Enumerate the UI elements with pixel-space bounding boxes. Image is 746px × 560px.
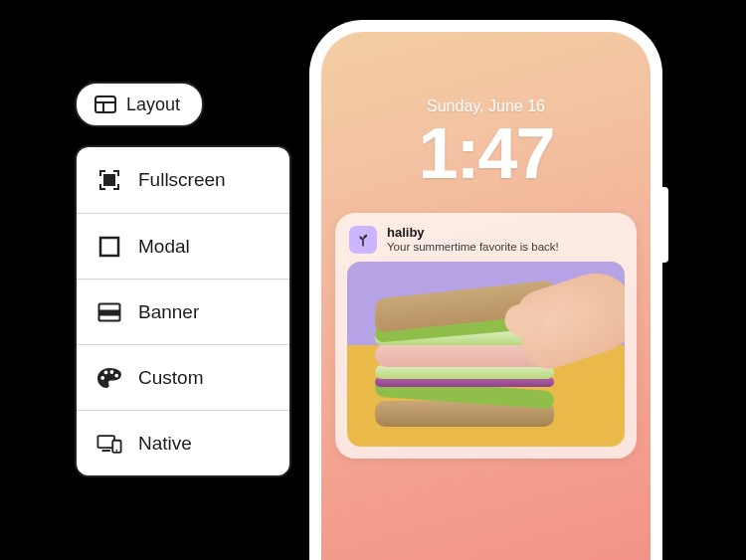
option-native[interactable]: Native [77,410,289,475]
banner-icon [96,302,122,322]
notification-message: Your summertime favorite is back! [387,241,559,255]
phone-screen: Sunday, June 16 1:47 haliby Your summert… [321,32,651,560]
layout-button-label: Layout [126,94,180,115]
option-banner[interactable]: Banner [77,279,289,344]
lockscreen-time: 1:47 [321,117,651,189]
devices-icon [96,433,122,455]
svg-rect-3 [103,174,115,186]
option-label: Fullscreen [138,169,226,191]
svg-rect-6 [99,309,120,315]
svg-rect-0 [95,96,115,112]
layout-icon [94,95,116,113]
option-label: Banner [138,301,199,323]
notification-header: haliby Your summertime favorite is back! [347,225,625,262]
option-custom[interactable]: Custom [77,344,289,410]
palette-icon [96,367,122,389]
notification-card[interactable]: haliby Your summertime favorite is back! [335,213,637,459]
svg-point-10 [116,449,118,451]
option-fullscreen[interactable]: Fullscreen [77,147,289,213]
layout-button[interactable]: Layout [75,82,204,127]
option-label: Native [138,433,192,455]
option-label: Custom [138,367,203,389]
fullscreen-icon [96,168,122,192]
phone-side-button [662,187,668,263]
notification-image [347,262,625,447]
notification-text: haliby Your summertime favorite is back! [387,225,559,254]
notification-app-name: haliby [387,225,559,241]
option-modal[interactable]: Modal [77,213,289,279]
svg-rect-4 [100,238,118,256]
layout-options-panel: Fullscreen Modal Banner Custom [75,145,291,477]
svg-rect-8 [102,450,110,452]
app-icon [349,226,377,254]
phone-mockup: Sunday, June 16 1:47 haliby Your summert… [309,20,662,560]
option-label: Modal [138,236,190,258]
modal-icon [96,236,122,258]
